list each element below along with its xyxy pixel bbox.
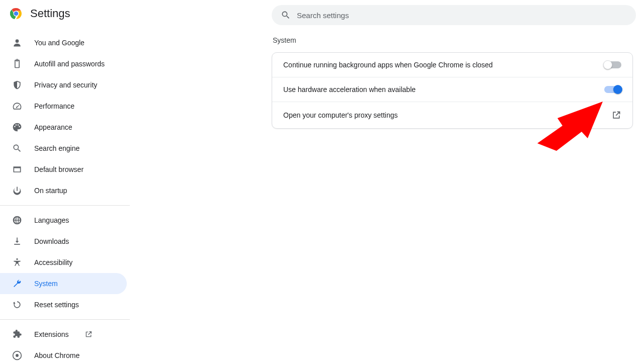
open-in-new-icon bbox=[611, 110, 621, 120]
search-icon bbox=[12, 143, 22, 153]
row-proxy-settings[interactable]: Open your computer's proxy settings bbox=[272, 102, 632, 128]
svg-point-6 bbox=[16, 354, 19, 357]
globe-icon bbox=[12, 215, 22, 225]
row-label: Continue running background apps when Go… bbox=[283, 61, 493, 69]
svg-point-4 bbox=[16, 258, 18, 260]
sidebar-item-label: Reset settings bbox=[34, 301, 79, 309]
svg-point-2 bbox=[14, 12, 19, 16]
open-in-new-icon bbox=[85, 330, 93, 338]
shield-icon bbox=[12, 80, 22, 90]
sidebar-item-languages[interactable]: Languages bbox=[0, 210, 127, 231]
sidebar-item-label: Search engine bbox=[34, 144, 79, 152]
sidebar-item-label: About Chrome bbox=[34, 351, 79, 359]
page-title: Settings bbox=[30, 7, 70, 20]
row-hardware-acceleration[interactable]: Use hardware acceleration when available bbox=[272, 77, 632, 102]
search-input[interactable] bbox=[297, 11, 627, 20]
sidebar-item-label: Performance bbox=[34, 102, 74, 110]
divider bbox=[0, 205, 130, 206]
sidebar-item-about[interactable]: About Chrome bbox=[0, 345, 127, 362]
row-label: Open your computer's proxy settings bbox=[283, 111, 398, 119]
divider bbox=[0, 319, 130, 320]
extension-icon bbox=[12, 329, 22, 339]
sidebar-item-appearance[interactable]: Appearance bbox=[0, 117, 127, 138]
sidebar-item-label: Extensions bbox=[34, 330, 68, 338]
sidebar-item-privacy[interactable]: Privacy and security bbox=[0, 74, 127, 96]
sidebar-item-label: Default browser bbox=[34, 165, 84, 173]
sidebar-item-label: You and Google bbox=[34, 39, 85, 47]
speed-icon bbox=[12, 101, 22, 111]
sidebar-item-label: Appearance bbox=[34, 123, 72, 131]
search-bar[interactable] bbox=[272, 5, 636, 25]
hardware-acceleration-toggle[interactable] bbox=[604, 86, 621, 93]
download-icon bbox=[12, 236, 22, 246]
svg-point-3 bbox=[16, 39, 19, 43]
sidebar-header: Settings bbox=[0, 0, 130, 28]
user-icon bbox=[12, 38, 22, 48]
sidebar-item-reset[interactable]: Reset settings bbox=[0, 294, 127, 315]
sidebar-item-you-and-google[interactable]: You and Google bbox=[0, 32, 127, 53]
accessibility-icon bbox=[12, 257, 22, 267]
wrench-icon bbox=[12, 279, 22, 289]
search-icon bbox=[281, 10, 291, 20]
sidebar-item-accessibility[interactable]: Accessibility bbox=[0, 252, 127, 273]
chrome-icon bbox=[12, 350, 22, 360]
sidebar-item-autofill[interactable]: Autofill and passwords bbox=[0, 53, 127, 74]
section-title: System bbox=[272, 36, 633, 44]
sidebar-item-extensions[interactable]: Extensions bbox=[0, 324, 127, 345]
sidebar-item-search-engine[interactable]: Search engine bbox=[0, 138, 127, 159]
sidebar-item-label: Privacy and security bbox=[34, 81, 97, 89]
sidebar-item-label: Accessibility bbox=[34, 258, 72, 266]
sidebar-item-label: Downloads bbox=[34, 237, 69, 245]
chrome-logo-icon bbox=[10, 8, 22, 20]
system-settings-card: Continue running background apps when Go… bbox=[272, 52, 633, 129]
sidebar-item-performance[interactable]: Performance bbox=[0, 96, 127, 117]
restore-icon bbox=[12, 300, 22, 310]
power-icon bbox=[12, 186, 22, 196]
sidebar-item-downloads[interactable]: Downloads bbox=[0, 231, 127, 252]
window-icon bbox=[12, 164, 22, 174]
sidebar-item-label: Languages bbox=[34, 216, 69, 224]
sidebar-item-default-browser[interactable]: Default browser bbox=[0, 159, 127, 180]
sidebar-item-label: On startup bbox=[34, 187, 67, 195]
row-label: Use hardware acceleration when available bbox=[283, 85, 416, 94]
palette-icon bbox=[12, 122, 22, 132]
sidebar-item-label: System bbox=[34, 280, 58, 288]
row-background-apps[interactable]: Continue running background apps when Go… bbox=[272, 53, 632, 77]
sidebar-item-startup[interactable]: On startup bbox=[0, 180, 127, 201]
background-apps-toggle[interactable] bbox=[604, 61, 621, 68]
sidebar-item-system[interactable]: System bbox=[0, 273, 127, 294]
sidebar-item-label: Autofill and passwords bbox=[34, 60, 105, 68]
clipboard-icon bbox=[12, 59, 22, 69]
